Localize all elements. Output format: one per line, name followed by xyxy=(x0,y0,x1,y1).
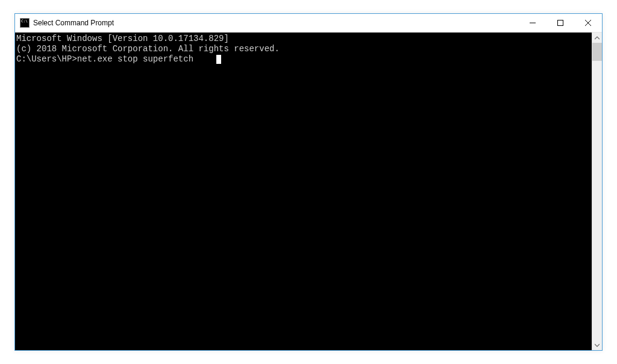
maximize-button[interactable] xyxy=(547,14,574,32)
scroll-up-button[interactable] xyxy=(592,33,602,43)
minimize-icon xyxy=(530,20,536,26)
cmd-icon xyxy=(20,18,30,28)
terminal-area: Microsoft Windows [Version 10.0.17134.82… xyxy=(15,33,602,350)
svg-rect-1 xyxy=(558,20,563,26)
cursor xyxy=(216,55,221,64)
window-title: Select Command Prompt xyxy=(33,19,519,27)
chevron-down-icon xyxy=(595,343,600,348)
version-line: Microsoft Windows [Version 10.0.17134.82… xyxy=(16,34,592,44)
scroll-down-button[interactable] xyxy=(592,340,602,350)
minimize-button[interactable] xyxy=(519,14,547,32)
vertical-scrollbar[interactable] xyxy=(592,33,602,350)
scroll-track[interactable] xyxy=(592,43,602,340)
prompt-line: C:\Users\HP>net.exe stop superfetch xyxy=(16,54,592,64)
terminal-content[interactable]: Microsoft Windows [Version 10.0.17134.82… xyxy=(15,33,592,350)
command-text: net.exe stop superfetch xyxy=(77,54,193,64)
close-icon xyxy=(585,20,591,26)
chevron-up-icon xyxy=(595,36,600,40)
command-prompt-window: Select Command Prompt Microsoft Windows xyxy=(14,13,603,351)
close-button[interactable] xyxy=(574,14,602,32)
maximize-icon xyxy=(557,20,563,26)
copyright-line: (c) 2018 Microsoft Corporation. All righ… xyxy=(16,44,592,54)
titlebar[interactable]: Select Command Prompt xyxy=(15,14,602,33)
scroll-thumb[interactable] xyxy=(592,43,602,61)
window-controls xyxy=(519,14,602,32)
prompt-path: C:\Users\HP> xyxy=(16,54,77,64)
